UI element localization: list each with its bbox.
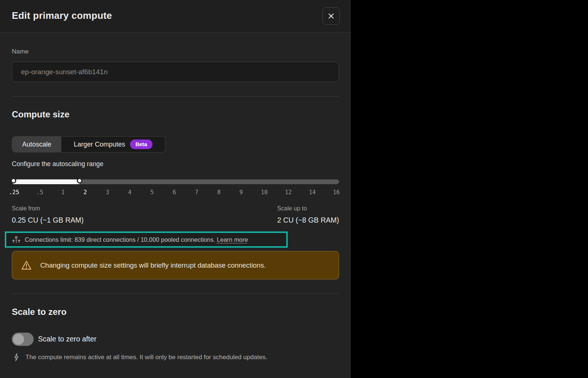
scale-from-label: Scale from — [12, 205, 84, 212]
autoscaling-range-label: Configure the autoscaling range — [12, 160, 103, 168]
tick-label[interactable]: 1 — [60, 189, 65, 196]
compute-change-warning-banner: Changing compute size settings will brie… — [12, 251, 339, 279]
scale-to-zero-toggle-label: Scale to zero after — [38, 335, 96, 343]
tick-label[interactable]: 16 — [333, 189, 340, 196]
tick-label[interactable]: 9 — [239, 189, 244, 196]
tick-label[interactable]: 12 — [285, 189, 292, 196]
slider-handle-max[interactable] — [77, 178, 82, 183]
tick-label[interactable]: 6 — [172, 189, 177, 196]
close-button[interactable] — [322, 7, 340, 25]
tick-label[interactable]: .5 — [36, 189, 43, 196]
name-label: Name — [12, 48, 28, 55]
scale-to-zero-toggle[interactable] — [12, 333, 34, 346]
tick-label[interactable]: .25 — [9, 189, 19, 196]
connections-limit-text: Connections limit: 839 direct connection… — [25, 236, 248, 243]
tick-label[interactable]: 4 — [127, 189, 132, 196]
autoscaling-range-slider — [12, 179, 339, 184]
scale-to-zero-heading: Scale to zero — [12, 307, 66, 317]
learn-more-link[interactable]: Learn more — [217, 236, 248, 243]
tick-label[interactable]: 14 — [309, 189, 316, 196]
slider-active-range[interactable] — [12, 179, 81, 184]
tab-autoscale[interactable]: Autoscale — [12, 137, 61, 152]
close-icon — [327, 12, 335, 20]
scale-from-block: Scale from 0.25 CU (~1 GB RAM) — [12, 205, 84, 224]
divider — [12, 293, 339, 294]
name-input[interactable] — [12, 62, 339, 82]
scale-up-to-block: Scale up to 2 CU (~8 GB RAM) — [277, 205, 339, 224]
edit-compute-modal: Edit primary compute Name Compute size A… — [0, 0, 351, 378]
scale-up-to-value: 2 CU (~8 GB RAM) — [277, 216, 339, 224]
tick-label[interactable]: 8 — [216, 189, 222, 196]
tick-label[interactable]: 3 — [105, 189, 110, 196]
scale-to-zero-note-text: The compute remains active at all times.… — [25, 354, 267, 361]
compute-size-heading: Compute size — [12, 109, 69, 120]
beta-badge: Beta — [130, 140, 153, 149]
modal-title: Edit primary compute — [12, 10, 112, 21]
divider — [12, 96, 339, 97]
toggle-knob — [13, 334, 24, 345]
compute-size-tabs: Autoscale Larger Computes Beta — [12, 136, 165, 152]
lightning-icon — [14, 353, 19, 361]
warning-text: Changing compute size settings will brie… — [40, 261, 266, 269]
scale-from-value: 0.25 CU (~1 GB RAM) — [12, 216, 84, 224]
slider-tick-labels: .25 .5 1 2 3 4 5 6 7 8 9 10 12 14 16 — [9, 189, 340, 196]
tick-label[interactable]: 10 — [261, 189, 268, 196]
slider-handle-min[interactable] — [11, 178, 16, 183]
connections-icon — [12, 236, 21, 244]
highlight-annotation-connections-limit: Connections limit: 839 direct connection… — [5, 231, 288, 248]
tick-label[interactable]: 5 — [150, 189, 155, 196]
tab-larger-computes[interactable]: Larger Computes Beta — [61, 137, 165, 152]
modal-header: Edit primary compute — [0, 0, 351, 32]
scale-up-to-label: Scale up to — [277, 205, 339, 212]
tick-label[interactable]: 7 — [194, 189, 199, 196]
warning-icon — [21, 260, 32, 270]
scale-to-zero-note: The compute remains active at all times.… — [14, 353, 267, 361]
tick-label[interactable]: 2 — [83, 189, 88, 196]
